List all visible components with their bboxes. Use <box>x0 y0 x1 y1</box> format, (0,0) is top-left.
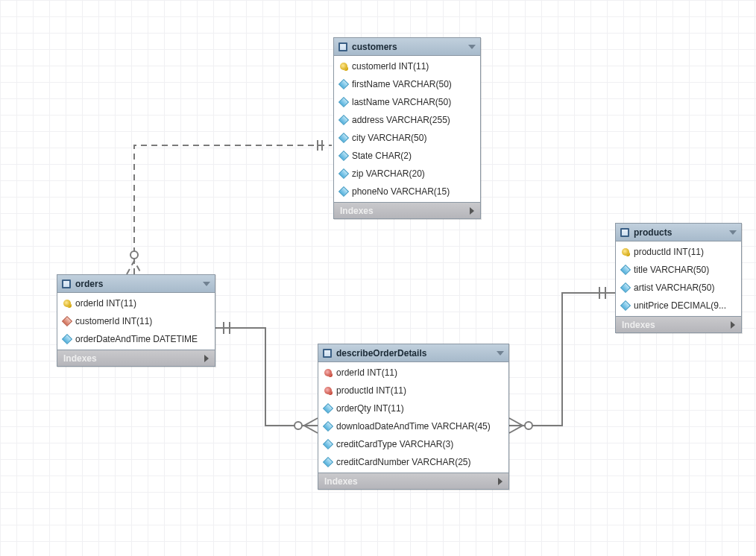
table-icon <box>323 349 332 358</box>
column-row[interactable]: orderId INT(11) <box>318 364 508 382</box>
chevron-down-icon <box>729 230 737 235</box>
foreign-key-icon <box>62 316 72 326</box>
table-title: describeOrderDetails <box>336 348 426 358</box>
column-def: creditCardType VARCHAR(3) <box>336 439 453 449</box>
column-row[interactable]: customerId INT(11) <box>334 57 480 75</box>
table-customers[interactable]: customers customerId INT(11) firstName V… <box>333 37 481 219</box>
column-def: phoneNo VARCHAR(15) <box>352 186 450 197</box>
column-list: orderId INT(11) productId INT(11) orderQ… <box>318 362 508 473</box>
column-icon <box>323 457 333 467</box>
column-def: productId INT(11) <box>336 385 406 396</box>
table-icon <box>620 228 629 237</box>
column-def: orderId INT(11) <box>75 298 136 309</box>
column-def: address VARCHAR(255) <box>352 115 450 125</box>
column-icon <box>338 186 349 197</box>
column-list: customerId INT(11) firstName VARCHAR(50)… <box>334 56 480 202</box>
primary-key-icon <box>622 248 629 256</box>
column-list: productId INT(11) title VARCHAR(50) arti… <box>616 241 741 316</box>
column-def: zip VARCHAR(20) <box>352 168 425 179</box>
column-row[interactable]: orderQty INT(11) <box>318 399 508 417</box>
column-def: creditCardNumber VARCHAR(25) <box>336 457 471 467</box>
indexes-label: Indexes <box>324 476 358 487</box>
column-row[interactable]: title VARCHAR(50) <box>616 261 741 279</box>
column-icon <box>323 421 333 432</box>
primary-key-icon <box>324 387 332 394</box>
table-header[interactable]: customers <box>334 38 480 56</box>
column-row[interactable]: State CHAR(2) <box>334 147 480 165</box>
column-row[interactable]: artist VARCHAR(50) <box>616 279 741 297</box>
column-def: artist VARCHAR(50) <box>634 282 714 293</box>
column-def: customerId INT(11) <box>75 316 152 326</box>
column-row[interactable]: orderId INT(11) <box>57 294 215 312</box>
chevron-right-icon <box>204 355 209 362</box>
column-icon <box>62 334 72 344</box>
column-icon <box>620 282 631 293</box>
column-row[interactable]: firstName VARCHAR(50) <box>334 75 480 93</box>
column-icon <box>620 300 631 311</box>
column-def: city VARCHAR(50) <box>352 133 426 143</box>
primary-key-icon <box>340 63 347 70</box>
column-icon <box>338 168 349 179</box>
column-def: orderDateAndTime DATETIME <box>75 334 198 344</box>
column-def: customerId INT(11) <box>352 61 429 72</box>
column-def: unitPrice DECIMAL(9... <box>634 300 726 311</box>
chevron-down-icon <box>203 282 210 286</box>
table-header[interactable]: products <box>616 224 741 241</box>
indexes-toggle[interactable]: Indexes <box>616 316 741 332</box>
indexes-toggle[interactable]: Indexes <box>57 350 215 366</box>
column-def: orderQty INT(11) <box>336 403 404 414</box>
column-icon <box>323 439 333 449</box>
indexes-label: Indexes <box>63 353 97 364</box>
column-def: orderId INT(11) <box>336 367 397 378</box>
column-row[interactable]: lastName VARCHAR(50) <box>334 93 480 111</box>
table-title: products <box>634 227 672 238</box>
column-row[interactable]: customerId INT(11) <box>57 312 215 330</box>
column-row[interactable]: productId INT(11) <box>318 382 508 399</box>
column-def: productId INT(11) <box>634 247 704 257</box>
column-row[interactable]: downloadDateAndTime VARCHAR(45) <box>318 417 508 435</box>
column-icon <box>323 403 333 414</box>
column-icon <box>338 133 349 143</box>
column-row[interactable]: productId INT(11) <box>616 243 741 261</box>
chevron-down-icon <box>497 351 504 356</box>
column-icon <box>338 115 349 125</box>
indexes-label: Indexes <box>340 206 374 216</box>
primary-key-icon <box>324 369 332 376</box>
table-products[interactable]: products productId INT(11) title VARCHAR… <box>615 223 742 333</box>
column-row[interactable]: creditCardNumber VARCHAR(25) <box>318 453 508 471</box>
column-def: title VARCHAR(50) <box>634 265 709 275</box>
primary-key-icon <box>63 300 71 307</box>
column-row[interactable]: creditCardType VARCHAR(3) <box>318 435 508 453</box>
column-row[interactable]: phoneNo VARCHAR(15) <box>334 183 480 200</box>
chevron-down-icon <box>468 45 476 49</box>
table-header[interactable]: describeOrderDetails <box>318 344 508 362</box>
column-icon <box>338 79 349 89</box>
table-icon <box>338 42 347 51</box>
column-icon <box>620 265 631 275</box>
column-def: State CHAR(2) <box>352 151 412 161</box>
column-icon <box>338 97 349 107</box>
table-describe-order-details[interactable]: describeOrderDetails orderId INT(11) pro… <box>318 344 509 490</box>
column-row[interactable]: unitPrice DECIMAL(9... <box>616 297 741 315</box>
column-row[interactable]: zip VARCHAR(20) <box>334 165 480 183</box>
column-row[interactable]: orderDateAndTime DATETIME <box>57 330 215 348</box>
indexes-toggle[interactable]: Indexes <box>318 473 508 489</box>
column-row[interactable]: address VARCHAR(255) <box>334 111 480 129</box>
column-def: lastName VARCHAR(50) <box>352 97 451 107</box>
table-title: customers <box>352 42 397 52</box>
table-icon <box>62 279 71 288</box>
chevron-right-icon <box>731 321 735 329</box>
table-header[interactable]: orders <box>57 275 215 293</box>
column-icon <box>338 151 349 161</box>
indexes-label: Indexes <box>622 320 655 330</box>
column-list: orderId INT(11) customerId INT(11) order… <box>57 293 215 350</box>
indexes-toggle[interactable]: Indexes <box>334 202 480 218</box>
chevron-right-icon <box>470 207 474 215</box>
column-row[interactable]: city VARCHAR(50) <box>334 129 480 147</box>
table-orders[interactable]: orders orderId INT(11) customerId INT(11… <box>57 274 215 367</box>
column-def: downloadDateAndTime VARCHAR(45) <box>336 421 491 432</box>
column-def: firstName VARCHAR(50) <box>352 79 452 89</box>
table-title: orders <box>75 279 103 289</box>
chevron-right-icon <box>498 478 503 485</box>
